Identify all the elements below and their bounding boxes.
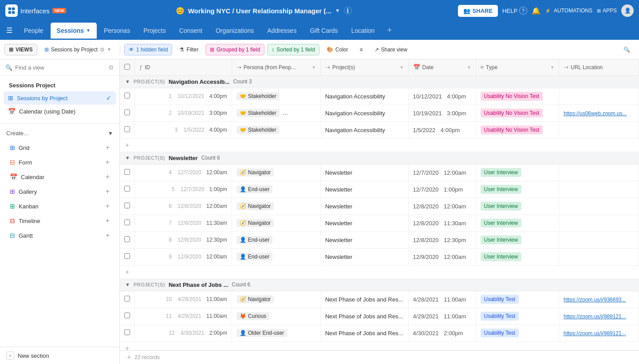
row-checkbox[interactable] — [124, 93, 130, 98]
sidebar-item-calendar[interactable]: 📅 Calendar (using Date) — [4, 105, 116, 118]
col-persona[interactable]: ⇢ Persona (from Peop... ▼ — [232, 59, 320, 75]
table-row[interactable]: 3 1/5/2022 4:00pm 🤝Stakeholder Navigatio… — [120, 121, 639, 138]
row-checkbox[interactable] — [124, 169, 130, 175]
row-checkbox[interactable] — [124, 253, 130, 259]
row-checkbox-cell[interactable] — [120, 291, 135, 308]
create-section-toggle[interactable]: Create... ▼ — [0, 126, 119, 140]
row-checkbox[interactable] — [124, 126, 130, 132]
row-checkbox[interactable] — [124, 236, 130, 242]
select-all-checkbox[interactable] — [124, 64, 130, 70]
table-row[interactable]: 9 12/9/2020 12:00am 👤End-user Newsletter… — [120, 248, 639, 265]
add-row-button[interactable]: + — [120, 265, 639, 278]
current-view-button[interactable]: ⊞ Sessions by Project ⚙ ▼ — [40, 44, 116, 55]
table-row[interactable]: 1 10/12/2021 4:00pm 🤝Stakeholder Navigat… — [120, 88, 639, 105]
row-checkbox-cell[interactable] — [120, 121, 135, 138]
tab-personas[interactable]: Personas — [98, 23, 136, 39]
hidden-field-button[interactable]: 👁 1 hidden field — [124, 44, 172, 55]
table-row[interactable]: 5 12/7/2020 1:00pm 👤End-user Newsletter … — [120, 181, 639, 198]
new-badge: NEW — [52, 8, 66, 13]
add-tab-icon[interactable]: + — [383, 24, 395, 37]
tab-organizations[interactable]: Organizations — [209, 23, 260, 39]
notification-icon[interactable]: 🔔 — [532, 7, 540, 15]
url-link[interactable]: https://zoom.us/j/989121... — [564, 313, 626, 320]
row-checkbox[interactable] — [124, 203, 130, 208]
apps-label[interactable]: APPS — [603, 8, 617, 14]
create-calendar-item[interactable]: 📅 Calendar + — [4, 170, 116, 184]
create-gallery-item[interactable]: ⊞ Gallery + — [4, 184, 116, 199]
row-checkbox[interactable] — [124, 313, 130, 318]
table-row[interactable]: 4 12/7/2020 12:00am 🧭Navigator Newslette… — [120, 164, 639, 181]
sidebar-search-input[interactable] — [15, 64, 106, 71]
table-row[interactable]: 7 12/8/2020 11:30am 🧭Navigator Newslette… — [120, 215, 639, 231]
table-row[interactable]: 12 4/30/2021 2:00pm 👤Older End-user Next… — [120, 325, 639, 341]
col-projects[interactable]: ⇢ Project(s) ▼ — [320, 59, 408, 75]
url-link[interactable]: https://us06web.zoom.us... — [564, 110, 627, 117]
title-chevron-icon[interactable]: ▼ — [335, 8, 340, 14]
row-checkbox[interactable] — [124, 219, 130, 225]
row-checkbox-cell[interactable] — [120, 105, 135, 121]
row-checkbox[interactable] — [124, 296, 130, 301]
tab-sessions[interactable]: Sessions ▼ — [51, 23, 97, 39]
tab-projects[interactable]: Projects — [137, 23, 172, 39]
tab-location[interactable]: Location — [345, 23, 381, 39]
row-checkbox[interactable] — [124, 110, 130, 115]
checkbox-header[interactable] — [120, 59, 135, 75]
create-grid-item[interactable]: ⊞ Grid + — [4, 141, 116, 155]
row-checkbox[interactable] — [124, 329, 130, 335]
row-checkbox-cell[interactable] — [120, 325, 135, 341]
tab-addresses[interactable]: Addresses — [261, 23, 303, 39]
tab-consent[interactable]: Consent — [173, 23, 209, 39]
tab-people[interactable]: People — [18, 23, 50, 39]
table-row[interactable]: 2 10/19/2021 3:00pm 🤝Stakeholder 🤝Stakeh… — [120, 105, 639, 121]
new-section-button[interactable]: + New section — [0, 347, 119, 364]
type-badge: Usability No Vision Test — [481, 109, 543, 117]
share-view-button[interactable]: ↗ Share view — [370, 44, 412, 55]
create-timeline-item[interactable]: ⊟ Timeline + — [4, 214, 116, 228]
col-url-location[interactable]: ⇢ URL Location — [559, 59, 639, 75]
table-row[interactable]: 6 12/8/2020 12:00am 🧭Navigator Newslette… — [120, 198, 639, 215]
sessions-chevron-icon[interactable]: ▼ — [86, 28, 91, 33]
group-button[interactable]: ⊞ Grouped by 1 field — [205, 44, 264, 55]
hamburger-icon[interactable]: ☰ — [4, 23, 15, 37]
table-row[interactable]: 10 4/28/2021 11:00am 🧭Navigator Next Pha… — [120, 291, 639, 308]
table-row[interactable]: 8 12/8/2020 12:30pm 👤End-user Newsletter… — [120, 231, 639, 248]
sidebar-item-sessions-by-project[interactable]: ⊞ Sessions by Project ✓ — [4, 91, 116, 105]
info-icon[interactable]: ℹ — [344, 7, 352, 15]
url-link[interactable]: https://zoom.us/j/989121... — [564, 330, 626, 337]
url-link[interactable]: https://zoom.us/j/936693... — [564, 297, 626, 303]
row-checkbox[interactable] — [124, 186, 130, 192]
help-button[interactable]: HELP ? — [502, 7, 527, 15]
create-kanban-item[interactable]: ⊞ Kanban + — [4, 199, 116, 213]
col-type[interactable]: ≡ Type ▼ — [476, 59, 559, 75]
row-height-button[interactable]: ≡ — [355, 44, 367, 55]
row-checkbox-cell[interactable] — [120, 164, 135, 181]
row-checkbox-cell[interactable] — [120, 231, 135, 248]
row-checkbox-cell[interactable] — [120, 198, 135, 215]
automations-label[interactable]: AUTOMATIONS — [554, 8, 592, 14]
avatar[interactable]: 👤 — [621, 4, 634, 17]
col-id[interactable]: ƒ ID — [135, 59, 232, 75]
row-checkbox-cell[interactable] — [120, 181, 135, 198]
views-toggle-button[interactable]: ⊞ VIEWS — [4, 44, 37, 55]
create-form-item[interactable]: ⊟ Form + — [4, 155, 116, 169]
row-checkbox-cell[interactable] — [120, 308, 135, 325]
row-checkbox-cell[interactable] — [120, 88, 135, 105]
group-chevron-icon[interactable]: ▼ — [125, 79, 130, 84]
search-button[interactable]: 🔍 — [619, 44, 635, 55]
color-button[interactable]: 🎨 Color — [322, 44, 353, 55]
tab-gift-cards[interactable]: Gift Cards — [304, 23, 344, 39]
group-chevron-icon[interactable]: ▼ — [125, 155, 130, 160]
row-checkbox-cell[interactable] — [120, 215, 135, 231]
group-chevron-icon[interactable]: ▼ — [125, 282, 130, 287]
share-button[interactable]: 👥 SHARE — [458, 5, 498, 17]
add-row-button[interactable]: + — [120, 138, 639, 152]
create-gantt-item[interactable]: ⊟ Gantt + — [4, 228, 116, 243]
row-checkbox-cell[interactable] — [120, 248, 135, 265]
filter-button[interactable]: ⚗ Filter — [175, 44, 203, 55]
sort-button[interactable]: ↕ Sorted by 1 field — [267, 44, 320, 55]
sidebar-settings-icon[interactable]: ⚙ — [108, 64, 114, 71]
col-date[interactable]: 📅 Date ▼ — [408, 59, 476, 75]
plus-footer-icon[interactable]: + — [127, 353, 131, 361]
app-logo[interactable] — [5, 4, 18, 17]
table-row[interactable]: 11 4/29/2021 11:00am 🦊Curious Next Phase… — [120, 308, 639, 325]
